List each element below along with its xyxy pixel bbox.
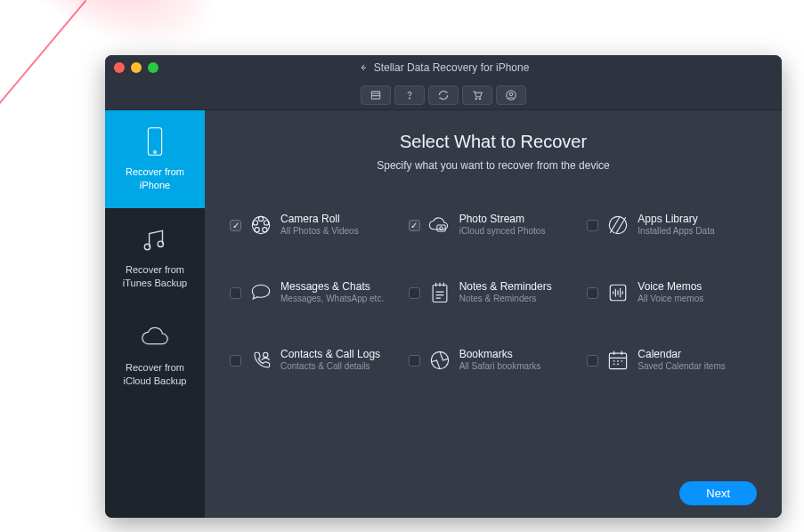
- apps-library-icon: [605, 213, 630, 238]
- svg-point-11: [258, 216, 263, 221]
- toolbar-account-button[interactable]: [496, 85, 526, 105]
- maximize-button[interactable]: [148, 62, 158, 73]
- option-title: Photo Stream: [459, 213, 546, 226]
- checkbox[interactable]: [409, 287, 420, 299]
- svg-point-5: [509, 93, 513, 96]
- option-camera-roll[interactable]: Camera RollAll Photos & Videos: [230, 213, 400, 238]
- option-calendar[interactable]: CalendarSaved Calendar items: [587, 348, 757, 373]
- svg-rect-19: [433, 285, 447, 302]
- checkbox[interactable]: [230, 287, 241, 299]
- option-subtitle: Contacts & Call details: [280, 361, 380, 373]
- sidebar-item-icloud[interactable]: Recover fromiCloud Backup: [105, 306, 205, 404]
- option-title: Bookmarks: [459, 348, 541, 361]
- checkbox[interactable]: [587, 355, 598, 367]
- svg-point-15: [253, 221, 257, 225]
- option-title: Voice Memos: [638, 280, 703, 294]
- svg-point-3: [479, 98, 480, 99]
- itunes-icon: [140, 224, 170, 254]
- option-title: Notes & Reminders: [459, 280, 552, 294]
- svg-point-1: [410, 98, 410, 99]
- svg-point-12: [264, 221, 269, 225]
- option-title: Contacts & Call Logs: [280, 348, 380, 361]
- contacts-icon: [248, 348, 273, 373]
- app-window: Stellar Data Recovery for iPhone Recover…: [105, 55, 782, 518]
- option-apps-library[interactable]: Apps LibraryInstalled Apps Data: [587, 213, 757, 238]
- option-notes[interactable]: Notes & RemindersNotes & Reminders: [409, 280, 579, 305]
- svg-point-22: [431, 351, 448, 368]
- svg-point-13: [263, 228, 267, 232]
- notes-icon: [427, 280, 452, 305]
- main-panel: Select What to Recover Specify what you …: [205, 110, 782, 518]
- toolbar-help-button[interactable]: [394, 85, 425, 105]
- svg-point-14: [255, 228, 259, 232]
- option-photo-stream[interactable]: Photo StreamiCloud synced Photos: [409, 213, 579, 238]
- titlebar: Stellar Data Recovery for iPhone: [105, 55, 782, 80]
- sidebar-item-label: Recover fromiCloud Backup: [124, 361, 187, 388]
- photo-stream-icon: [427, 213, 452, 238]
- checkbox[interactable]: [409, 220, 420, 231]
- checkbox[interactable]: [230, 220, 241, 231]
- option-subtitle: Saved Calendar items: [638, 361, 725, 373]
- option-voice-memos[interactable]: Voice MemosAll Voice memos: [587, 280, 757, 305]
- option-subtitle: All Safari bookmarks: [459, 361, 541, 373]
- option-bookmarks[interactable]: BookmarksAll Safari bookmarks: [409, 348, 579, 373]
- cloud-icon: [140, 322, 170, 352]
- checkbox[interactable]: [230, 355, 241, 367]
- minimize-button[interactable]: [131, 62, 142, 73]
- close-button[interactable]: [114, 62, 125, 73]
- calendar-icon: [605, 348, 630, 373]
- sidebar: Recover fromiPhone Recover fromiTunes Ba…: [105, 110, 205, 518]
- option-subtitle: Installed Apps Data: [638, 226, 714, 238]
- checkbox[interactable]: [587, 287, 598, 299]
- checkbox[interactable]: [587, 220, 598, 231]
- svg-point-2: [475, 98, 476, 99]
- page-subtitle: Specify what you want to recover from th…: [230, 159, 757, 172]
- option-contacts[interactable]: Contacts & Call LogsContacts & Call deta…: [230, 348, 400, 373]
- sidebar-item-label: Recover fromiTunes Backup: [123, 263, 187, 290]
- svg-rect-16: [437, 225, 445, 231]
- page-title: Select What to Recover: [230, 132, 757, 152]
- checkbox[interactable]: [409, 355, 420, 367]
- window-title: Stellar Data Recovery for iPhone: [105, 61, 782, 74]
- option-subtitle: Notes & Reminders: [459, 294, 552, 305]
- footer: Next: [230, 471, 757, 505]
- window-title-text: Stellar Data Recovery for iPhone: [374, 61, 530, 74]
- voice-memos-icon: [605, 280, 630, 305]
- next-button[interactable]: Next: [679, 481, 757, 505]
- traffic-lights: [114, 62, 158, 73]
- option-title: Apps Library: [638, 213, 714, 226]
- toolbar: [105, 80, 782, 110]
- sidebar-item-label: Recover fromiPhone: [126, 165, 184, 192]
- toolbar-cart-button[interactable]: [462, 85, 492, 105]
- sidebar-item-itunes[interactable]: Recover fromiTunes Backup: [105, 208, 205, 306]
- camera-roll-icon: [248, 213, 273, 238]
- option-title: Calendar: [638, 348, 725, 361]
- option-subtitle: iCloud synced Photos: [459, 226, 546, 238]
- option-title: Camera Roll: [280, 213, 359, 226]
- toolbar-refresh-button[interactable]: [428, 85, 459, 105]
- option-subtitle: Messages, WhatsApp etc.: [280, 294, 384, 305]
- option-messages[interactable]: Messages & ChatsMessages, WhatsApp etc.: [230, 280, 400, 305]
- option-subtitle: All Voice memos: [638, 294, 703, 305]
- back-arrow-icon: [358, 62, 369, 73]
- sidebar-item-iphone[interactable]: Recover fromiPhone: [105, 110, 205, 208]
- options-grid: Camera RollAll Photos & Videos Photo Str…: [230, 213, 757, 373]
- toolbar-list-button[interactable]: [361, 85, 391, 105]
- option-subtitle: All Photos & Videos: [280, 226, 359, 238]
- bookmarks-icon: [427, 348, 452, 373]
- svg-point-7: [154, 151, 157, 154]
- iphone-icon: [140, 126, 170, 157]
- option-title: Messages & Chats: [280, 280, 384, 294]
- svg-point-21: [264, 352, 268, 357]
- messages-icon: [248, 280, 273, 305]
